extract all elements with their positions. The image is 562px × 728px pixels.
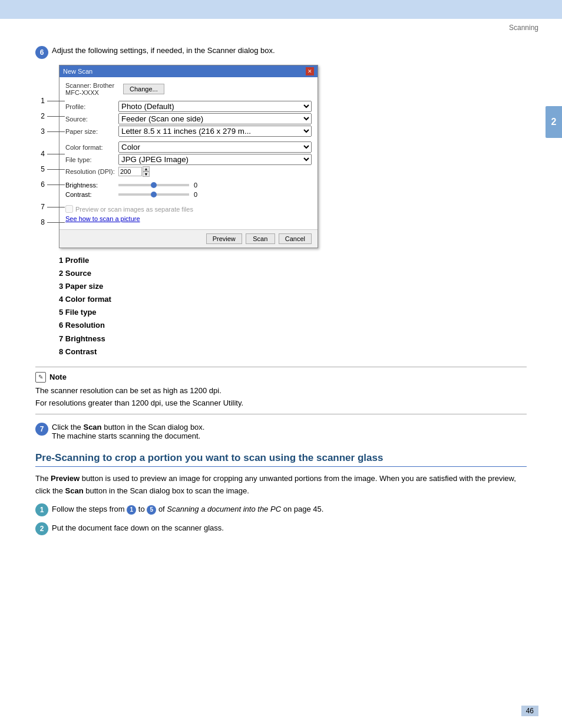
checkbox-row: Preview or scan images as separate files bbox=[65, 205, 312, 213]
file-type-select[interactable]: JPG (JPEG Image) bbox=[118, 154, 312, 165]
dialog-footer: Preview Scan Cancel bbox=[59, 229, 318, 248]
resolution-up-button[interactable]: ▲ bbox=[143, 166, 150, 172]
annotation-numbers: 1 2 3 4 5 6 7 bbox=[38, 94, 65, 229]
change-button[interactable]: Change... bbox=[123, 84, 164, 94]
file-type-row: File type: JPG (JPEG Image) bbox=[65, 154, 312, 165]
separate-files-checkbox[interactable] bbox=[65, 205, 73, 213]
color-format-row: Color format: Color bbox=[65, 141, 312, 153]
note-icon: ✎ bbox=[35, 372, 46, 383]
settings-item-1: 1 Profile bbox=[59, 254, 527, 267]
step-6-row: 6 Adjust the following settings, if need… bbox=[35, 46, 527, 59]
separate-files-label: Preview or scan images as separate files bbox=[75, 206, 193, 213]
source-label: Source: bbox=[65, 116, 118, 123]
contrast-value: 0 bbox=[194, 191, 197, 198]
sub-step-2-row: 2 Put the document face down on the scan… bbox=[35, 522, 527, 535]
dialog-titlebar: New Scan ✕ bbox=[59, 65, 318, 77]
circle-ref-1: 1 bbox=[127, 505, 136, 515]
section-heading: Pre-Scanning to crop a portion you want … bbox=[35, 452, 527, 467]
note-box: ✎ Note The scanner resolution can be set… bbox=[35, 367, 527, 415]
ann-5: 5 bbox=[38, 163, 65, 176]
dialog-title: New Scan bbox=[63, 68, 92, 75]
top-bar bbox=[0, 0, 562, 19]
contrast-slider-track[interactable] bbox=[118, 193, 189, 196]
profile-label: Profile: bbox=[65, 103, 118, 110]
contrast-row: Contrast: 0 bbox=[65, 191, 312, 198]
ann-8: 8 bbox=[38, 216, 65, 229]
ann-7: 7 bbox=[38, 200, 65, 213]
paper-size-select[interactable]: Letter 8.5 x 11 inches (216 x 279 m... bbox=[118, 126, 312, 137]
cancel-button[interactable]: Cancel bbox=[279, 233, 312, 244]
sub-step-1-text: Follow the steps from 1 to 5 of Scanning… bbox=[52, 503, 323, 516]
page-label: Scanning bbox=[509, 24, 538, 32]
contrast-slider-thumb[interactable] bbox=[151, 192, 157, 197]
resolution-label: Resolution (DPI): bbox=[65, 168, 118, 175]
file-type-label: File type: bbox=[65, 156, 118, 163]
color-format-label: Color format: bbox=[65, 144, 118, 151]
settings-item-2: 2 Source bbox=[59, 267, 527, 280]
ann-1: 1 bbox=[38, 94, 65, 107]
settings-item-7: 7 Brightness bbox=[59, 332, 527, 345]
circle-ref-5: 5 bbox=[147, 505, 156, 515]
ann-4: 4 bbox=[38, 147, 65, 160]
note-line-2: For resolutions greater than 1200 dpi, u… bbox=[35, 397, 527, 410]
settings-item-4: 4 Color format bbox=[59, 293, 527, 306]
step-7-circle: 7 bbox=[35, 423, 48, 436]
resolution-row: Resolution (DPI): ▲ ▼ bbox=[65, 166, 312, 177]
paper-size-label: Paper size: bbox=[65, 128, 118, 135]
dialog-body: Scanner: Brother MFC-XXXX Change... Prof… bbox=[59, 77, 318, 229]
ann-2: 2 bbox=[38, 110, 65, 123]
resolution-down-button[interactable]: ▼ bbox=[143, 172, 150, 177]
note-header: ✎ Note bbox=[35, 372, 527, 383]
step-6-circle: 6 bbox=[35, 46, 48, 59]
resolution-input[interactable] bbox=[118, 167, 142, 176]
settings-item-5: 5 File type bbox=[59, 306, 527, 319]
scanner-info-row: Scanner: Brother MFC-XXXX Change... bbox=[65, 82, 312, 96]
sub-step-2-circle: 2 bbox=[35, 522, 48, 535]
profile-select[interactable]: Photo (Default) bbox=[118, 101, 312, 112]
brightness-value: 0 bbox=[194, 182, 197, 189]
settings-item-6: 6 Resolution bbox=[59, 319, 527, 332]
contrast-label: Contrast: bbox=[65, 191, 118, 198]
step-7-text: Click the Scan button in the Scan dialog… bbox=[52, 423, 204, 440]
settings-item-3: 3 Paper size bbox=[59, 280, 527, 293]
scan-button[interactable]: Scan bbox=[246, 233, 275, 244]
note-line-1: The scanner resolution can be set as hig… bbox=[35, 385, 527, 397]
paper-size-row: Paper size: Letter 8.5 x 11 inches (216 … bbox=[65, 126, 312, 137]
source-row: Source: Feeder (Scan one side) bbox=[65, 113, 312, 124]
sub-step-2-text: Put the document face down on the scanne… bbox=[52, 522, 224, 535]
step-7-row: 7 Click the Scan button in the Scan dial… bbox=[35, 423, 527, 440]
source-select[interactable]: Feeder (Scan one side) bbox=[118, 113, 312, 124]
settings-item-8: 8 Contrast bbox=[59, 345, 527, 358]
color-format-select[interactable]: Color bbox=[118, 141, 312, 153]
scan-help-link-row: See how to scan a picture bbox=[65, 215, 312, 222]
settings-list: 1 Profile 2 Source 3 Paper size 4 Color … bbox=[59, 254, 527, 358]
chapter-tab: 2 bbox=[546, 106, 562, 138]
dialog-wrapper: 1 2 3 4 5 6 7 bbox=[59, 65, 527, 248]
step-6-text: Adjust the following settings, if needed… bbox=[52, 46, 527, 55]
scanner-dialog: New Scan ✕ Scanner: Brother MFC-XXXX Cha… bbox=[59, 65, 318, 248]
sub-step-1-row: 1 Follow the steps from 1 to 5 of Scanni… bbox=[35, 503, 527, 516]
note-title: Note bbox=[49, 373, 67, 381]
sub-step-1-circle: 1 bbox=[35, 503, 48, 516]
scanner-info-label: Scanner: Brother MFC-XXXX bbox=[65, 82, 118, 96]
dialog-close-button[interactable]: ✕ bbox=[306, 67, 314, 75]
profile-row: Profile: Photo (Default) bbox=[65, 101, 312, 112]
content-area: 6 Adjust the following settings, if need… bbox=[0, 34, 562, 553]
brightness-slider-thumb[interactable] bbox=[151, 182, 157, 188]
ann-3: 3 bbox=[38, 125, 65, 138]
brightness-label: Brightness: bbox=[65, 182, 118, 189]
page-header: Scanning bbox=[0, 19, 562, 34]
ann-6: 6 bbox=[38, 178, 65, 191]
section-intro: The Preview button is used to preview an… bbox=[35, 473, 527, 498]
preview-button[interactable]: Preview bbox=[206, 233, 242, 244]
brightness-row: Brightness: 0 bbox=[65, 182, 312, 189]
page-number: 46 bbox=[521, 706, 538, 716]
brightness-slider-track[interactable] bbox=[118, 184, 189, 186]
scan-help-link[interactable]: See how to scan a picture bbox=[65, 215, 140, 222]
